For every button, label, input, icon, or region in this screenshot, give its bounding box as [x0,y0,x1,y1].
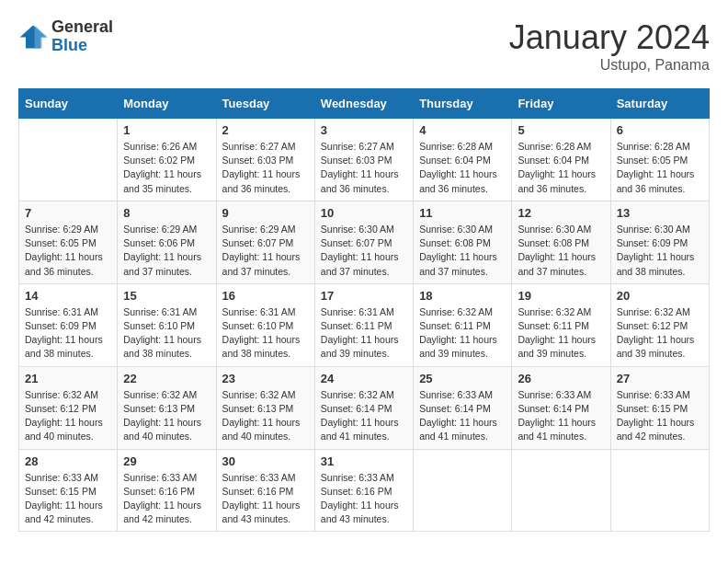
calendar-cell: 17Sunrise: 6:31 AM Sunset: 6:11 PM Dayli… [314,283,413,366]
day-number: 22 [123,372,210,385]
calendar-table: SundayMondayTuesdayWednesdayThursdayFrid… [18,88,710,532]
day-info: Sunrise: 6:29 AM Sunset: 6:06 PM Dayligh… [123,223,210,279]
day-number: 18 [419,289,506,303]
week-row-5: 28Sunrise: 6:33 AM Sunset: 6:15 PM Dayli… [19,449,710,532]
calendar-cell [19,119,118,201]
day-number: 3 [321,123,407,137]
calendar-cell [414,449,512,532]
logo-blue-text: Blue [51,37,113,55]
calendar-cell [512,449,610,532]
day-info: Sunrise: 6:32 AM Sunset: 6:13 PM Dayligh… [123,388,210,444]
calendar-cell: 15Sunrise: 6:31 AM Sunset: 6:10 PM Dayli… [118,283,216,366]
calendar-cell: 8Sunrise: 6:29 AM Sunset: 6:06 PM Daylig… [118,201,216,283]
day-info: Sunrise: 6:31 AM Sunset: 6:10 PM Dayligh… [222,305,309,362]
header: General Blue January 2024 Ustupo, Panama [18,18,710,74]
day-number: 20 [617,289,703,303]
day-info: Sunrise: 6:30 AM Sunset: 6:07 PM Dayligh… [321,223,407,279]
calendar-cell: 20Sunrise: 6:32 AM Sunset: 6:12 PM Dayli… [610,283,709,366]
day-info: Sunrise: 6:27 AM Sunset: 6:03 PM Dayligh… [222,140,309,196]
col-header-saturday: Saturday [610,89,709,119]
calendar-cell: 19Sunrise: 6:32 AM Sunset: 6:11 PM Dayli… [512,283,610,366]
calendar-cell [610,449,709,532]
month-title: January 2024 [509,18,710,57]
day-info: Sunrise: 6:26 AM Sunset: 6:02 PM Dayligh… [123,140,210,196]
calendar-cell: 18Sunrise: 6:32 AM Sunset: 6:11 PM Dayli… [414,283,512,366]
day-number: 31 [321,454,407,468]
logo-text: General Blue [51,18,113,55]
calendar-cell: 1Sunrise: 6:26 AM Sunset: 6:02 PM Daylig… [118,119,216,201]
calendar-cell: 21Sunrise: 6:32 AM Sunset: 6:12 PM Dayli… [19,366,118,449]
day-info: Sunrise: 6:33 AM Sunset: 6:16 PM Dayligh… [123,471,210,527]
day-number: 11 [419,206,506,220]
day-number: 23 [222,372,309,385]
col-header-wednesday: Wednesday [314,89,413,119]
day-number: 7 [25,206,111,220]
day-number: 26 [518,372,604,385]
day-info: Sunrise: 6:28 AM Sunset: 6:05 PM Dayligh… [617,140,703,196]
day-info: Sunrise: 6:30 AM Sunset: 6:08 PM Dayligh… [419,223,506,279]
calendar-cell: 30Sunrise: 6:33 AM Sunset: 6:16 PM Dayli… [216,449,314,532]
calendar-cell: 11Sunrise: 6:30 AM Sunset: 6:08 PM Dayli… [414,201,512,283]
calendar-cell: 4Sunrise: 6:28 AM Sunset: 6:04 PM Daylig… [414,119,512,201]
day-info: Sunrise: 6:33 AM Sunset: 6:16 PM Dayligh… [222,471,309,527]
calendar-cell: 5Sunrise: 6:28 AM Sunset: 6:04 PM Daylig… [512,119,610,201]
day-info: Sunrise: 6:27 AM Sunset: 6:03 PM Dayligh… [321,140,407,196]
col-header-friday: Friday [512,89,610,119]
day-number: 8 [123,206,210,220]
day-info: Sunrise: 6:32 AM Sunset: 6:14 PM Dayligh… [321,388,407,444]
week-row-2: 7Sunrise: 6:29 AM Sunset: 6:05 PM Daylig… [19,201,710,283]
calendar-cell: 12Sunrise: 6:30 AM Sunset: 6:08 PM Dayli… [512,201,610,283]
col-header-monday: Monday [118,89,216,119]
calendar-cell: 27Sunrise: 6:33 AM Sunset: 6:15 PM Dayli… [610,366,709,449]
calendar-cell: 28Sunrise: 6:33 AM Sunset: 6:15 PM Dayli… [19,449,118,532]
day-info: Sunrise: 6:33 AM Sunset: 6:15 PM Dayligh… [617,388,703,444]
day-info: Sunrise: 6:33 AM Sunset: 6:14 PM Dayligh… [419,388,506,444]
calendar-cell: 25Sunrise: 6:33 AM Sunset: 6:14 PM Dayli… [414,366,512,449]
day-number: 13 [617,206,703,220]
day-info: Sunrise: 6:32 AM Sunset: 6:11 PM Dayligh… [419,305,506,362]
calendar-cell: 23Sunrise: 6:32 AM Sunset: 6:13 PM Dayli… [216,366,314,449]
day-number: 19 [518,289,604,303]
location-title: Ustupo, Panama [509,57,710,74]
day-info: Sunrise: 6:33 AM Sunset: 6:16 PM Dayligh… [321,471,407,527]
day-number: 29 [123,454,210,468]
calendar-cell: 9Sunrise: 6:29 AM Sunset: 6:07 PM Daylig… [216,201,314,283]
day-number: 9 [222,206,309,220]
day-info: Sunrise: 6:32 AM Sunset: 6:12 PM Dayligh… [617,305,703,362]
day-info: Sunrise: 6:28 AM Sunset: 6:04 PM Dayligh… [419,140,506,196]
day-number: 15 [123,289,210,303]
day-info: Sunrise: 6:30 AM Sunset: 6:09 PM Dayligh… [617,223,703,279]
day-number: 17 [321,289,407,303]
calendar-cell: 2Sunrise: 6:27 AM Sunset: 6:03 PM Daylig… [216,119,314,201]
day-info: Sunrise: 6:33 AM Sunset: 6:14 PM Dayligh… [518,388,604,444]
calendar-cell: 10Sunrise: 6:30 AM Sunset: 6:07 PM Dayli… [314,201,413,283]
day-info: Sunrise: 6:28 AM Sunset: 6:04 PM Dayligh… [518,140,604,196]
logo-icon [18,24,48,50]
day-number: 16 [222,289,309,303]
calendar-cell: 3Sunrise: 6:27 AM Sunset: 6:03 PM Daylig… [314,119,413,201]
logo-general-text: General [51,18,113,37]
day-number: 5 [518,123,604,137]
day-number: 2 [222,123,309,137]
day-number: 12 [518,206,604,220]
svg-marker-1 [35,25,48,48]
day-number: 6 [617,123,703,137]
calendar-cell: 6Sunrise: 6:28 AM Sunset: 6:05 PM Daylig… [610,119,709,201]
day-info: Sunrise: 6:32 AM Sunset: 6:11 PM Dayligh… [518,305,604,362]
calendar-cell: 16Sunrise: 6:31 AM Sunset: 6:10 PM Dayli… [216,283,314,366]
day-info: Sunrise: 6:33 AM Sunset: 6:15 PM Dayligh… [25,471,111,527]
day-number: 4 [419,123,506,137]
week-row-4: 21Sunrise: 6:32 AM Sunset: 6:12 PM Dayli… [19,366,710,449]
day-info: Sunrise: 6:31 AM Sunset: 6:11 PM Dayligh… [321,305,407,362]
day-number: 10 [321,206,407,220]
day-info: Sunrise: 6:31 AM Sunset: 6:09 PM Dayligh… [25,305,111,362]
day-number: 14 [25,289,111,303]
day-info: Sunrise: 6:30 AM Sunset: 6:08 PM Dayligh… [518,223,604,279]
day-info: Sunrise: 6:32 AM Sunset: 6:12 PM Dayligh… [25,388,111,444]
week-row-3: 14Sunrise: 6:31 AM Sunset: 6:09 PM Dayli… [19,283,710,366]
col-header-thursday: Thursday [414,89,512,119]
calendar-cell: 24Sunrise: 6:32 AM Sunset: 6:14 PM Dayli… [314,366,413,449]
day-info: Sunrise: 6:31 AM Sunset: 6:10 PM Dayligh… [123,305,210,362]
day-info: Sunrise: 6:29 AM Sunset: 6:07 PM Dayligh… [222,223,309,279]
day-number: 21 [25,372,111,385]
